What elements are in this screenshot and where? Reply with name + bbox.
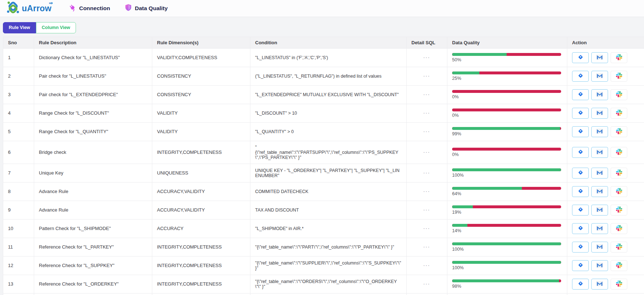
gmail-button[interactable]	[591, 147, 608, 158]
header-data-quality: Data Quality	[447, 37, 567, 48]
gmail-button[interactable]	[591, 89, 608, 100]
cell-rule-description: Advance Rule	[34, 201, 152, 219]
jira-button[interactable]	[572, 52, 589, 63]
data-quality-percent-label: 100%	[452, 173, 562, 178]
cell-detail-sql: ···	[407, 164, 447, 182]
detail-sql-ellipsis-button[interactable]: ···	[423, 73, 430, 79]
slack-button[interactable]	[611, 279, 627, 290]
jira-icon	[577, 54, 584, 61]
jira-button[interactable]	[572, 279, 589, 290]
detail-sql-ellipsis-button[interactable]: ···	[423, 170, 430, 176]
jira-button[interactable]	[572, 168, 589, 179]
cell-action	[567, 122, 644, 141]
table-row: 3 Pair check for "L_EXTENDEDPRICE" CONSI…	[3, 85, 644, 104]
detail-sql-ellipsis-button[interactable]: ···	[423, 110, 430, 116]
gmail-button[interactable]	[591, 205, 608, 216]
gmail-button[interactable]	[591, 168, 608, 179]
gmail-icon	[596, 128, 603, 135]
gmail-icon	[596, 149, 603, 156]
gmail-icon	[596, 225, 603, 232]
cell-rule-dimensions: UNIQUENESS	[152, 164, 250, 182]
slack-button[interactable]	[611, 260, 627, 271]
rules-table: Sno Rule Description Rule Dimension(s) C…	[3, 37, 644, 295]
detail-sql-ellipsis-button[interactable]: ···	[423, 207, 430, 213]
cell-condition: " {\"ref_table_name\":\"\"PARTSUPP\"\",\…	[250, 141, 407, 164]
gmail-button[interactable]	[591, 186, 608, 197]
cell-action	[567, 219, 644, 238]
gmail-button[interactable]	[591, 71, 608, 82]
cell-sno: 9	[3, 201, 34, 219]
data-quality-bar	[452, 261, 561, 264]
data-quality-bar	[452, 205, 561, 208]
data-quality-percent-label: 64%	[452, 191, 562, 196]
tab-rule-view[interactable]: Rule View	[3, 22, 36, 33]
cell-action	[567, 164, 644, 182]
slack-button[interactable]	[611, 205, 627, 216]
gmail-icon	[596, 262, 603, 269]
cell-sno: 2	[3, 67, 34, 85]
cell-detail-sql: ···	[407, 122, 447, 141]
slack-button[interactable]	[611, 242, 627, 253]
data-quality-bar-fill	[452, 224, 467, 227]
gmail-button[interactable]	[591, 52, 608, 63]
gmail-button[interactable]	[591, 242, 608, 253]
slack-button[interactable]	[611, 108, 627, 119]
action-buttons	[572, 89, 639, 100]
jira-button[interactable]	[572, 260, 589, 271]
detail-sql-ellipsis-button[interactable]: ···	[423, 189, 430, 194]
jira-button[interactable]	[572, 108, 589, 119]
slack-button[interactable]	[611, 71, 627, 82]
gmail-button[interactable]	[591, 108, 608, 119]
cell-rule-description: Unique Key	[34, 164, 152, 182]
brand-logo[interactable]: uArrow ⇒	[6, 0, 52, 16]
jira-button[interactable]	[572, 147, 589, 158]
tab-column-view[interactable]: Column View	[36, 22, 76, 33]
slack-button[interactable]	[611, 126, 627, 137]
detail-sql-ellipsis-button[interactable]: ···	[423, 263, 430, 268]
table-row: 8 Advance Rule ACCURACY,VALIDITY COMMITE…	[3, 182, 644, 201]
nav-item-data-quality[interactable]: Data Quality	[125, 4, 168, 13]
jira-button[interactable]	[572, 126, 589, 137]
detail-sql-ellipsis-button[interactable]: ···	[423, 244, 430, 250]
nav-item-connection[interactable]: Connection	[68, 4, 110, 13]
jira-button[interactable]	[572, 89, 589, 100]
slack-button[interactable]	[611, 147, 627, 158]
jira-button[interactable]	[572, 71, 589, 82]
data-quality-bar	[452, 148, 561, 151]
gmail-button[interactable]	[591, 279, 608, 290]
action-buttons	[572, 147, 639, 158]
detail-sql-ellipsis-button[interactable]: ···	[423, 55, 430, 60]
slack-button[interactable]	[611, 186, 627, 197]
data-quality-bar	[452, 90, 561, 93]
detail-sql-ellipsis-button[interactable]: ···	[423, 92, 430, 97]
action-buttons	[572, 242, 639, 253]
jira-icon	[577, 149, 584, 156]
slack-button[interactable]	[611, 52, 627, 63]
slack-icon	[616, 206, 622, 214]
jira-button[interactable]	[572, 186, 589, 197]
cell-condition: "{\"ref_table_name\":\"\"PART\"\",\"ref_…	[250, 238, 407, 256]
cell-rule-dimensions: ACCURACY,VALIDITY	[152, 201, 250, 219]
detail-sql-ellipsis-button[interactable]: ···	[423, 129, 430, 134]
table-row: 14 Relation check for "L_DISCOUNT" CONSI…	[3, 293, 644, 295]
gmail-button[interactable]	[591, 126, 608, 137]
gmail-button[interactable]	[591, 223, 608, 234]
slack-button[interactable]	[611, 223, 627, 234]
gmail-icon	[596, 54, 603, 61]
cell-data-quality: 100%	[447, 164, 567, 182]
cell-action	[567, 256, 644, 275]
slack-button[interactable]	[611, 89, 627, 100]
detail-sql-ellipsis-button[interactable]: ···	[423, 281, 430, 287]
jira-button[interactable]	[572, 242, 589, 253]
slack-button[interactable]	[611, 168, 627, 179]
cell-condition: COMMITED DATECHECK	[250, 182, 407, 201]
jira-button[interactable]	[572, 205, 589, 216]
jira-button[interactable]	[572, 223, 589, 234]
header-sno: Sno	[3, 37, 34, 48]
cell-detail-sql: ···	[407, 219, 447, 238]
gmail-button[interactable]	[591, 260, 608, 271]
detail-sql-ellipsis-button[interactable]: ···	[423, 149, 430, 155]
cell-sno: 4	[3, 104, 34, 122]
cell-detail-sql: ···	[407, 256, 447, 275]
detail-sql-ellipsis-button[interactable]: ···	[423, 226, 430, 231]
